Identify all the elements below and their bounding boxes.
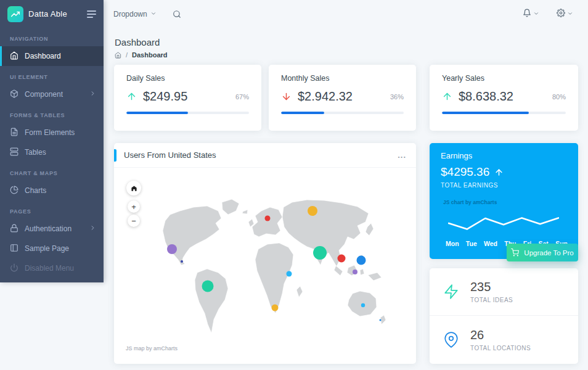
dropdown-menu[interactable]: Dropdown: [113, 10, 157, 18]
total-ideas-row: 235 TOTAL IDEAS: [430, 268, 578, 316]
sidebar-item-label: Charts: [25, 186, 46, 195]
map-bubble-indonesia[interactable]: [353, 269, 357, 274]
total-locations-label: TOTAL LOCATIONS: [470, 345, 531, 352]
section-label-forms-tables: FORMS & TABLES: [0, 104, 104, 123]
sidebar-item-dashboard[interactable]: Dashboard: [0, 46, 104, 66]
earnings-title: Earnings: [441, 151, 472, 160]
menu-toggle-icon[interactable]: [87, 10, 96, 18]
topbar: Dropdown: [104, 0, 588, 28]
stat-percent: 36%: [390, 93, 404, 101]
progress-bar: [281, 112, 404, 114]
pie-chart-icon: [10, 186, 18, 196]
file-text-icon: [10, 128, 18, 138]
stat-percent: 80%: [552, 93, 566, 101]
dropdown-label: Dropdown: [113, 10, 147, 18]
sidebar-item-label: Tables: [25, 148, 46, 157]
daily-sales-card: Daily Sales $249.95 67%: [114, 65, 261, 131]
breadcrumb-home-icon[interactable]: [115, 52, 121, 59]
sidebar-item-label: Form Elements: [25, 128, 75, 137]
map-bubble-south-africa[interactable]: [272, 305, 279, 311]
box-icon: [10, 89, 18, 100]
search-icon[interactable]: [173, 10, 181, 18]
brand-name: Datta Able: [28, 9, 82, 18]
progress-bar: [442, 112, 566, 114]
earnings-subtitle: TOTAL EARNINGS: [441, 182, 498, 189]
breadcrumb-current[interactable]: Dashboard: [132, 51, 167, 59]
map-bubble-mexico[interactable]: [167, 244, 177, 254]
map-bubble-brazil[interactable]: [202, 281, 214, 292]
zap-icon: [443, 284, 459, 300]
card-options-icon[interactable]: ...: [398, 153, 406, 158]
day-label: Mon: [446, 240, 459, 247]
map-card-title: Users From United States: [124, 150, 216, 160]
progress-bar: [126, 112, 249, 114]
sidebar-item-sample-page[interactable]: Sample Page: [0, 239, 104, 258]
chevron-down-icon: [567, 10, 573, 18]
bell-icon: [523, 9, 531, 19]
map-credit: JS map by amCharts: [126, 345, 178, 352]
users-map-card: Users From United States ... + −: [114, 143, 416, 364]
stat-percent: 67%: [235, 93, 249, 101]
chevron-down-icon: [533, 10, 539, 18]
monthly-sales-card: Monthly Sales $2.942.32 36%: [269, 65, 416, 131]
map-bubble-india[interactable]: [313, 246, 327, 260]
sidebar-item-label: Authentication: [25, 224, 71, 233]
earnings-card: Earnings $4295.36 TOTAL EARNINGS JS char…: [430, 143, 578, 259]
section-label-chart-maps: CHART & MAPS: [0, 162, 104, 181]
earnings-line-chart[interactable]: [448, 211, 559, 236]
chart-credit: JS chart by amCharts: [443, 199, 497, 205]
power-icon: [10, 263, 18, 274]
section-label-pages: PAGES: [0, 200, 104, 219]
day-label: Wed: [484, 240, 497, 247]
arrow-up-icon: [126, 91, 137, 102]
sidebar: Datta Able NAVIGATION Dashboard UI ELEME…: [0, 0, 104, 282]
map-zoom-out-button[interactable]: −: [128, 215, 140, 227]
map-bubble-central-america[interactable]: [181, 260, 183, 263]
sidebar-item-charts[interactable]: Charts: [0, 181, 104, 200]
notifications-menu[interactable]: [523, 9, 539, 19]
sidebar-item-disabled-menu: Disabled Menu: [0, 258, 104, 278]
brand-logo-icon: [7, 6, 23, 22]
stat-value: $8.638.32: [459, 89, 546, 104]
stat-value: $249.95: [143, 89, 229, 104]
map-bubble-siberia[interactable]: [308, 206, 317, 216]
map-bubble-new-zealand[interactable]: [380, 319, 382, 321]
yearly-sales-card: Yearly Sales $8.638.32 80%: [430, 65, 578, 131]
total-locations-value: 26: [470, 328, 531, 342]
chevron-down-icon: [150, 10, 157, 18]
continents: [163, 199, 386, 333]
page-title: Dashboard: [115, 37, 160, 47]
gear-icon: [557, 9, 565, 19]
sidebar-header: Datta Able: [0, 0, 104, 28]
world-map[interactable]: [161, 196, 398, 339]
sidebar-item-component[interactable]: Component: [0, 84, 104, 104]
stat-title: Yearly Sales: [442, 74, 566, 83]
earnings-value: $4295.36: [441, 165, 489, 179]
sidebar-layout-icon: [10, 244, 18, 254]
map-bubble-thailand[interactable]: [338, 255, 346, 263]
map-bubble-eastern-europe[interactable]: [265, 216, 271, 221]
sidebar-item-form-elements[interactable]: Form Elements: [0, 123, 104, 142]
map-pin-icon: [443, 332, 459, 348]
arrow-up-icon: [442, 91, 452, 102]
sidebar-item-label: Dashboard: [25, 52, 61, 60]
server-icon: [10, 147, 18, 158]
sidebar-item-authentication[interactable]: Authentication: [0, 219, 104, 239]
app-root: Datta Able NAVIGATION Dashboard UI ELEME…: [0, 0, 588, 370]
map-bubble-philippines[interactable]: [357, 256, 366, 265]
arrow-down-icon: [281, 91, 292, 102]
map-bubble-east-africa[interactable]: [287, 271, 292, 277]
map-home-button[interactable]: [126, 181, 141, 195]
stat-title: Monthly Sales: [281, 74, 404, 83]
sidebar-item-label: Sample Page: [25, 244, 69, 253]
breadcrumb: / Dashboard: [115, 51, 168, 59]
stat-value: $2.942.32: [298, 89, 384, 104]
map-zoom-in-button[interactable]: +: [128, 200, 140, 213]
map-bubble-australia[interactable]: [361, 303, 365, 307]
chevron-right-icon: [89, 90, 96, 99]
sidebar-item-tables[interactable]: Tables: [0, 142, 104, 162]
upgrade-to-pro-button[interactable]: Upgrade To Pro: [507, 244, 578, 261]
total-locations-row: 26 TOTAL LOCATIONS: [430, 316, 578, 363]
card-accent-bar: [114, 149, 116, 162]
settings-menu[interactable]: [557, 9, 573, 19]
